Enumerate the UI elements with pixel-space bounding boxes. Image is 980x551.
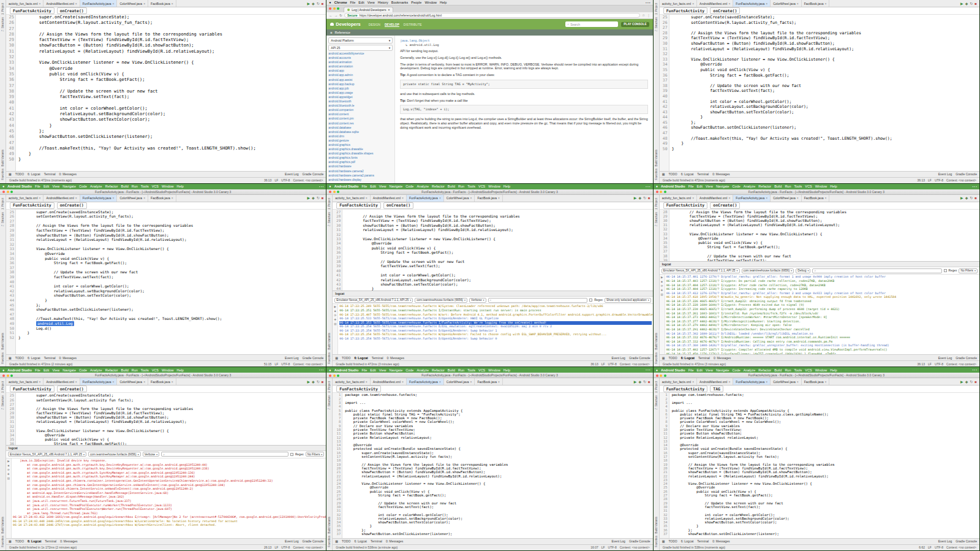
close-tab-icon[interactable]: ×	[143, 2, 145, 6]
bottom-tool-tab[interactable]: TODO	[15, 172, 24, 176]
restart-icon[interactable]: ⟳	[661, 284, 663, 287]
hamburger-icon[interactable]: ≡	[330, 31, 332, 34]
close-tab-icon[interactable]: ×	[766, 2, 767, 6]
menu-item[interactable]: Build	[448, 368, 455, 372]
tool-window-button[interactable]: Favorites	[1, 169, 4, 180]
menu-item[interactable]: View	[706, 184, 713, 188]
menu-item[interactable]: Android Studio	[7, 368, 32, 372]
menu-item[interactable]: Code	[405, 368, 413, 372]
bottom-tool-tab[interactable]: TODO	[668, 539, 677, 543]
debug-button[interactable]: ◆	[965, 380, 968, 384]
tool-window-button[interactable]: 1: Project	[1, 3, 4, 15]
close-tab-icon[interactable]: ×	[402, 196, 404, 200]
resume-icon[interactable]: ▶	[334, 305, 336, 308]
tool-window-button[interactable]: Favorites	[1, 536, 4, 547]
process-selector[interactable]: com.teamtreehouse.funfacts (6656)▾	[415, 298, 467, 303]
file-tab[interactable]: ColorWheel.java×	[117, 378, 148, 385]
close-tab-icon[interactable]: ×	[692, 2, 694, 6]
run-button[interactable]: ▶	[307, 2, 310, 6]
bottom-tool-tab[interactable]: 0: Messages	[387, 356, 404, 360]
status-item[interactable]: Context: <no context>	[946, 178, 976, 182]
code-editor[interactable]: 25 super.onCreate(savedInstanceState);26…	[6, 210, 326, 355]
device-selector[interactable]: Emulator Nexus_5X_API_25_x86 Android 7.1…	[334, 298, 413, 303]
bottom-tool-tab[interactable]: Gradle Console	[303, 356, 324, 360]
close-tab-icon[interactable]: ×	[388, 8, 390, 12]
file-tab[interactable]: FactBook.java×	[475, 378, 503, 385]
tool-window-button[interactable]: 7: Structure	[1, 17, 4, 31]
menu-item[interactable]: Help	[503, 368, 510, 372]
import-suggestion-popup[interactable]: android.util.Log	[36, 321, 74, 326]
close-tab-icon[interactable]: ×	[172, 196, 173, 200]
status-item[interactable]: Context: <no context>	[293, 362, 323, 366]
tool-window-button[interactable]: Favorites	[328, 352, 331, 364]
menu-item[interactable]: Android Studio	[661, 184, 685, 188]
status-item[interactable]: UTF-8	[281, 178, 290, 182]
window-controls[interactable]	[2, 374, 13, 377]
apple-menu-icon[interactable]: ●	[656, 184, 658, 188]
tool-window-button[interactable]: Favorites	[1, 352, 4, 364]
tool-window-button[interactable]: 7: Structure	[655, 212, 658, 226]
logcat-output[interactable]: java.io.IOException: Invalid device key …	[12, 458, 326, 538]
play-console-button[interactable]: PLAY CONSOLE	[621, 22, 649, 27]
menu-item[interactable]: People	[411, 1, 421, 4]
menu-item[interactable]: Refactor	[758, 368, 771, 372]
menu-item[interactable]: Window	[488, 184, 500, 188]
run-button[interactable]: ▶	[307, 196, 310, 200]
window-menu-icon[interactable]: ▦	[335, 356, 338, 360]
bottom-tool-tab[interactable]: Gradle Console	[956, 539, 977, 543]
tool-window-button[interactable]: Favorites	[655, 352, 658, 364]
resume-icon[interactable]: ▶	[661, 276, 663, 279]
tool-window-button[interactable]: 7: Structure	[1, 395, 4, 409]
regex-checkbox[interactable]	[944, 269, 947, 272]
bottom-tool-tab[interactable]: 0: Messages	[60, 539, 77, 543]
file-tab[interactable]: activity_fun_facts.xml×	[6, 0, 43, 7]
file-tab[interactable]: FactBook.java×	[148, 378, 176, 385]
file-tab[interactable]: FactBook.java×	[802, 378, 830, 385]
file-tab[interactable]: AndroidManifest.xml×	[43, 195, 80, 202]
file-tab[interactable]: FunFactsActivity.java×	[733, 195, 771, 202]
file-tab[interactable]: activity_fun_facts.xml×	[333, 378, 370, 385]
code-editor[interactable]: 25 super.onCreate(savedInstanceState);26…	[6, 393, 326, 445]
file-tab[interactable]: FunFactsActivity.java×	[407, 195, 444, 202]
stop-button[interactable]: ■	[322, 2, 324, 6]
window-controls[interactable]	[329, 7, 339, 10]
status-item[interactable]: UTF-8	[935, 545, 943, 549]
bottom-tool-tab[interactable]: Event Log	[938, 172, 952, 176]
resume-icon[interactable]: ▶	[7, 460, 9, 463]
menu-item[interactable]: Analyze	[744, 184, 756, 188]
stop-button[interactable]: ■	[974, 2, 977, 6]
bottom-tool-tab[interactable]: 0: Messages	[714, 356, 731, 360]
close-tab-icon[interactable]: ×	[470, 196, 472, 200]
caret-position[interactable]: 26:13	[264, 545, 272, 549]
bottom-tool-tab[interactable]: TODO	[668, 172, 677, 176]
file-tab[interactable]: activity_fun_facts.xml×	[6, 378, 43, 385]
menu-item[interactable]: Tools	[794, 184, 802, 188]
breadcrumb-chip[interactable]: FunFactsActivity	[10, 7, 55, 14]
file-tab[interactable]: activity_fun_facts.xml×	[333, 195, 370, 202]
menu-item[interactable]: File	[35, 184, 40, 188]
menu-item[interactable]: Refactor	[105, 368, 118, 372]
close-window-icon[interactable]	[2, 191, 5, 193]
bottom-tool-tab[interactable]: TODO	[342, 356, 350, 360]
breadcrumb-chip[interactable]: onCreate()	[57, 386, 87, 392]
tool-window-button[interactable]: Build Variants	[655, 333, 658, 349]
tool-window-button[interactable]: Build Variants	[1, 517, 4, 533]
file-tab[interactable]: AndroidManifest.xml×	[697, 0, 733, 7]
site-brand[interactable]: Developers	[330, 21, 360, 27]
bottom-tool-tab[interactable]: 6: Logcat	[28, 172, 40, 176]
bottom-tool-tab[interactable]: Event Log	[285, 356, 299, 360]
menu-item[interactable]: Android Studio	[7, 184, 32, 188]
status-item[interactable]: UTF-8	[935, 178, 943, 182]
menu-item[interactable]: Analyze	[417, 368, 429, 372]
window-menu-icon[interactable]: ▦	[9, 356, 12, 360]
run-button[interactable]: ▶	[960, 380, 963, 384]
menu-item[interactable]: Bookmarks	[391, 1, 409, 4]
api-level-selector[interactable]: API 25▾	[328, 45, 393, 51]
tool-window-button[interactable]: Favorites	[328, 536, 331, 547]
debug-button[interactable]: ◆	[312, 380, 315, 384]
menu-item[interactable]: Window	[815, 368, 827, 372]
log-level-selector[interactable]: Verbose▾	[469, 298, 486, 303]
menu-item[interactable]: Code	[405, 184, 413, 188]
tool-window-button[interactable]: 1: Project	[655, 3, 658, 15]
debug-button[interactable]: ◆	[638, 196, 641, 200]
